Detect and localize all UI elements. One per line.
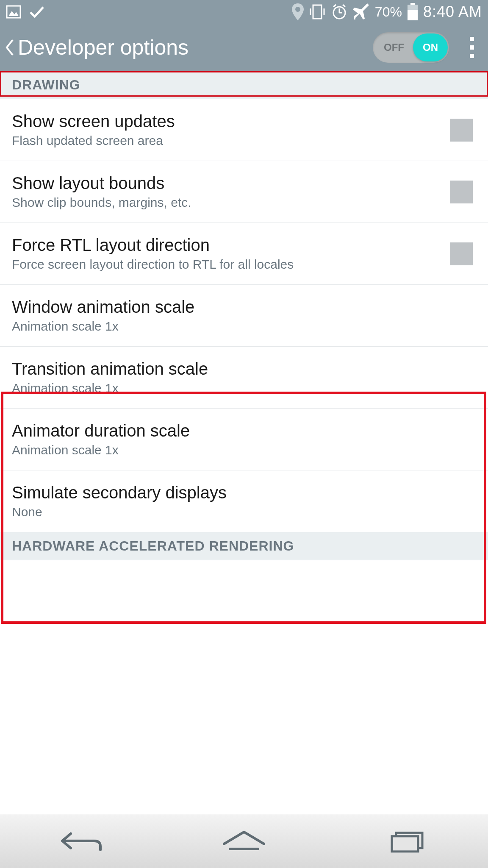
svg-point-2 bbox=[295, 7, 300, 12]
svg-line-9 bbox=[333, 5, 336, 7]
row-title: Transition animation scale bbox=[12, 359, 473, 378]
battery-percent: 70% bbox=[375, 4, 402, 20]
check-icon bbox=[29, 6, 45, 18]
page-title: Developer options bbox=[18, 35, 373, 60]
checkbox-force-rtl[interactable] bbox=[450, 242, 473, 265]
gallery-icon bbox=[6, 5, 21, 19]
row-sub: Flash updated screen area bbox=[12, 134, 450, 148]
vibrate-icon bbox=[309, 3, 326, 20]
row-sub: Show clip bounds, margins, etc. bbox=[12, 195, 450, 210]
navigation-bar bbox=[0, 814, 488, 868]
row-sub: None bbox=[12, 505, 473, 519]
row-title: Show layout bounds bbox=[12, 174, 450, 193]
section-header-hardware: HARDWARE ACCELERATED RENDERING bbox=[0, 532, 488, 560]
row-title: Force RTL layout direction bbox=[12, 236, 450, 255]
svg-rect-11 bbox=[410, 3, 415, 5]
row-force-rtl[interactable]: Force RTL layout direction Force screen … bbox=[0, 223, 488, 285]
location-icon bbox=[292, 3, 304, 20]
row-show-layout-bounds[interactable]: Show layout bounds Show clip bounds, mar… bbox=[0, 161, 488, 223]
row-sub: Animation scale 1x bbox=[12, 443, 473, 457]
toggle-on-knob: ON bbox=[413, 33, 448, 61]
svg-line-10 bbox=[343, 5, 345, 7]
alarm-icon bbox=[331, 3, 348, 20]
status-bar: 70% 8:40 AM bbox=[0, 0, 488, 24]
row-sub: Force screen layout direction to RTL for… bbox=[12, 257, 450, 272]
dev-options-toggle[interactable]: OFF ON bbox=[373, 32, 449, 63]
section-header-drawing: DRAWING bbox=[0, 71, 488, 99]
svg-marker-1 bbox=[8, 11, 19, 16]
row-title: Simulate secondary displays bbox=[12, 483, 473, 502]
back-button[interactable] bbox=[3, 37, 15, 58]
row-window-animation-scale[interactable]: Window animation scale Animation scale 1… bbox=[0, 285, 488, 347]
row-sub: Animation scale 1x bbox=[12, 381, 473, 395]
row-animator-duration-scale[interactable]: Animator duration scale Animation scale … bbox=[0, 409, 488, 470]
row-show-screen-updates[interactable]: Show screen updates Flash updated screen… bbox=[0, 99, 488, 161]
toggle-off-label: OFF bbox=[384, 42, 404, 53]
nav-recent-button[interactable] bbox=[373, 826, 441, 856]
row-sub: Animation scale 1x bbox=[12, 319, 473, 334]
svg-rect-3 bbox=[313, 5, 322, 19]
overflow-menu-button[interactable] bbox=[459, 37, 485, 58]
nav-back-button[interactable] bbox=[47, 826, 115, 856]
airplane-icon bbox=[353, 3, 370, 20]
svg-rect-13 bbox=[408, 5, 418, 10]
checkbox-show-layout-bounds[interactable] bbox=[450, 181, 473, 203]
row-title: Window animation scale bbox=[12, 298, 473, 317]
row-title: Animator duration scale bbox=[12, 421, 473, 440]
app-header: Developer options OFF ON bbox=[0, 24, 488, 71]
row-transition-animation-scale[interactable]: Transition animation scale Animation sca… bbox=[0, 347, 488, 409]
checkbox-show-screen-updates[interactable] bbox=[450, 119, 473, 142]
svg-rect-16 bbox=[392, 836, 418, 851]
battery-icon bbox=[407, 3, 418, 21]
clock-time: 8:40 AM bbox=[423, 3, 482, 21]
nav-home-button[interactable] bbox=[210, 826, 278, 856]
row-title: Show screen updates bbox=[12, 112, 450, 131]
row-simulate-secondary-displays[interactable]: Simulate secondary displays None bbox=[0, 470, 488, 532]
